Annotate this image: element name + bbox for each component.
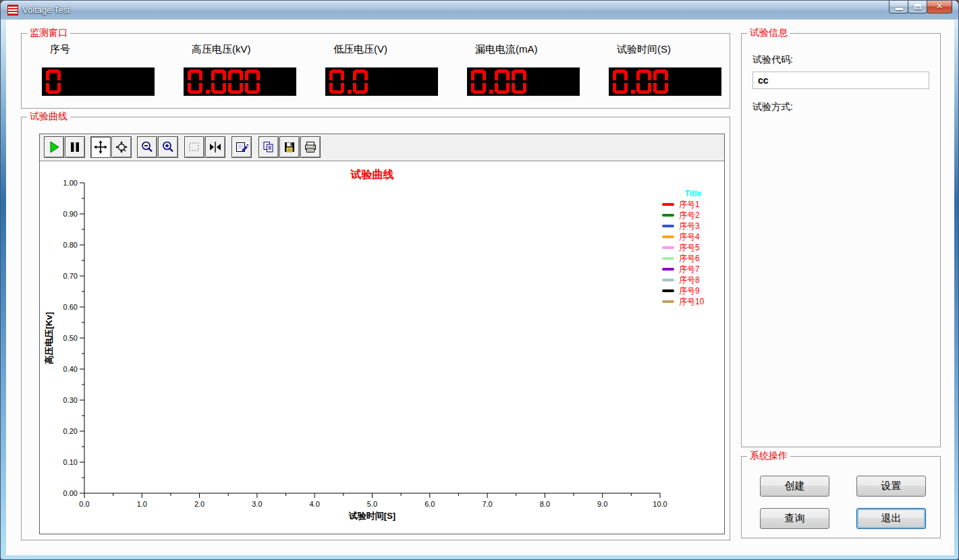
svg-text:试验时间[S]: 试验时间[S] xyxy=(348,511,395,521)
svg-text:0.10: 0.10 xyxy=(63,458,78,466)
svg-text:8.0: 8.0 xyxy=(540,500,550,508)
settings-button[interactable]: 设置 xyxy=(856,476,926,497)
legend-series-label: 序号5 xyxy=(679,242,700,253)
meter-1: 高压电压(kV) xyxy=(184,34,296,101)
maximize-icon xyxy=(914,4,921,9)
meter-label: 试验时间(S) xyxy=(617,43,721,56)
zoom-out-button[interactable] xyxy=(137,136,157,158)
cursor-track-icon xyxy=(209,140,222,154)
legend-swatch xyxy=(662,225,674,227)
legend-item: 序号1 xyxy=(659,199,727,210)
legend-item: 序号6 xyxy=(659,253,727,264)
legend-item: 序号5 xyxy=(659,242,727,253)
svg-text:5.0: 5.0 xyxy=(367,500,377,508)
curve-chart[interactable]: 试验曲线1.000.900.800.700.600.500.400.300.20… xyxy=(40,161,724,534)
legend-item: 序号10 xyxy=(659,296,727,307)
svg-text:试验曲线: 试验曲线 xyxy=(350,169,394,180)
svg-text:7.0: 7.0 xyxy=(482,500,492,508)
svg-text:3.0: 3.0 xyxy=(252,500,262,508)
meter-2: 低压电压(V) xyxy=(325,34,438,101)
title-bar[interactable]: Voltage Test ✕ xyxy=(1,1,958,20)
legend-item: 序号7 xyxy=(659,264,727,275)
legend-swatch xyxy=(662,300,674,303)
meter-0: 序号 xyxy=(42,34,155,101)
zoom-dynamic-button[interactable] xyxy=(111,136,132,158)
maximize-button[interactable] xyxy=(908,1,927,13)
system-group-title: 系统操作 xyxy=(747,450,790,462)
cursor-track-button[interactable] xyxy=(205,136,225,158)
info-group: 试验信息 试验代码: 试验方式: xyxy=(741,33,941,447)
chart-legend: Title 序号1 序号2 序号3 序号4 序号5 序号6 序号7 序号8 序号… xyxy=(659,188,727,307)
zoom-in-button[interactable] xyxy=(158,136,178,158)
svg-text:0.30: 0.30 xyxy=(63,396,78,404)
legend-item: 序号2 xyxy=(659,210,727,221)
legend-item: 序号3 xyxy=(659,221,727,231)
save-button[interactable] xyxy=(279,136,300,158)
legend-item: 序号8 xyxy=(659,275,727,285)
close-button[interactable]: ✕ xyxy=(927,1,952,13)
create-button[interactable]: 创建 xyxy=(760,476,829,497)
svg-text:1.0: 1.0 xyxy=(137,500,147,508)
led-display xyxy=(42,67,155,96)
client-area: 监测窗口 序号 高压电压(kV) 低压电压(V) 漏电电流(mA) 试验时间(S… xyxy=(6,20,954,555)
legend-swatch xyxy=(662,246,674,249)
chart-control: 试验曲线1.000.900.800.700.600.500.400.300.20… xyxy=(39,134,725,534)
led-display xyxy=(325,67,438,96)
meter-3: 漏电电流(mA) xyxy=(467,34,580,101)
legend-series-label: 序号4 xyxy=(679,231,700,242)
legend-series-label: 序号8 xyxy=(679,275,700,285)
play-button[interactable] xyxy=(44,136,64,158)
test-code-input[interactable] xyxy=(752,72,929,89)
legend-swatch xyxy=(662,203,674,206)
app-icon xyxy=(7,5,18,16)
legend-series-label: 序号7 xyxy=(679,264,700,275)
svg-text:0.40: 0.40 xyxy=(63,365,78,373)
close-icon: ✕ xyxy=(927,1,952,11)
test-code-label: 试验代码: xyxy=(752,54,793,66)
pan-icon xyxy=(94,140,107,154)
svg-text:0.90: 0.90 xyxy=(63,210,78,218)
led-display xyxy=(609,67,721,96)
play-icon xyxy=(47,140,61,154)
exit-button[interactable]: 退出 xyxy=(856,508,926,529)
svg-text:1.00: 1.00 xyxy=(63,179,78,187)
meter-4: 试验时间(S) xyxy=(609,34,721,101)
meter-label: 低压电压(V) xyxy=(333,43,438,56)
zoom-in-icon xyxy=(161,140,175,154)
info-group-title: 试验信息 xyxy=(747,27,790,39)
pause-button[interactable] xyxy=(65,136,85,158)
legend-series-label: 序号9 xyxy=(679,285,700,296)
legend-series-label: 序号3 xyxy=(679,221,700,231)
legend-series-label: 序号6 xyxy=(679,253,700,264)
minimize-icon xyxy=(896,8,903,10)
legend-swatch xyxy=(662,279,674,281)
svg-text:0.20: 0.20 xyxy=(63,427,78,435)
svg-text:0.70: 0.70 xyxy=(63,272,78,280)
svg-text:0.50: 0.50 xyxy=(63,334,78,342)
legend-series-label: 序号10 xyxy=(679,296,704,307)
pause-icon xyxy=(68,140,82,154)
zoom-box-icon xyxy=(188,140,201,154)
zoom-out-icon xyxy=(140,140,154,154)
system-group: 系统操作 创建设置查询退出 xyxy=(741,456,941,538)
legend-swatch xyxy=(662,268,674,271)
legend-item: 序号4 xyxy=(659,231,727,242)
app-window: Voltage Test ✕ 监测窗口 序号 高压电压(kV) 低压电压(V) … xyxy=(0,0,959,560)
legend-swatch xyxy=(662,214,674,217)
minimize-button[interactable] xyxy=(889,1,908,13)
window-title: Voltage Test xyxy=(22,1,70,19)
pan-button[interactable] xyxy=(90,136,111,158)
svg-text:0.60: 0.60 xyxy=(63,303,78,311)
svg-text:0.80: 0.80 xyxy=(63,241,78,249)
properties-button[interactable] xyxy=(231,136,252,158)
legend-series-label: 序号2 xyxy=(679,210,700,221)
legend-swatch xyxy=(662,235,674,238)
window-controls: ✕ xyxy=(889,1,952,13)
zoom-box-button[interactable] xyxy=(184,136,204,158)
print-button[interactable] xyxy=(300,136,321,158)
legend-swatch xyxy=(662,289,674,292)
svg-text:10.0: 10.0 xyxy=(653,500,667,508)
query-button[interactable]: 查询 xyxy=(760,508,829,529)
save-icon xyxy=(283,140,296,154)
copy-button[interactable] xyxy=(258,136,279,158)
